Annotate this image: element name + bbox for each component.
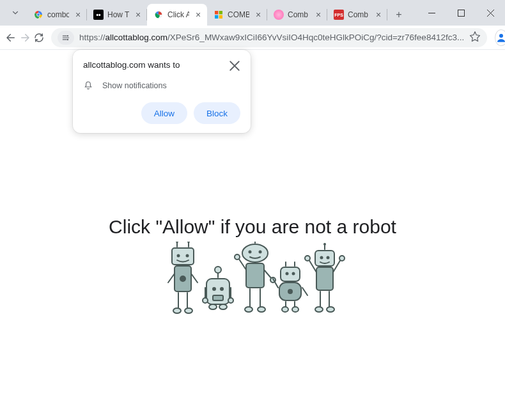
browser-tab-active[interactable]: Click A × [147, 4, 207, 26]
svg-rect-27 [213, 295, 223, 300]
svg-point-33 [242, 244, 268, 262]
svg-point-47 [282, 307, 288, 312]
site-favicon-icon: FPS [334, 10, 344, 20]
reload-button[interactable] [33, 29, 45, 47]
forward-button[interactable] [19, 29, 31, 47]
svg-point-2 [37, 13, 40, 16]
tab-close-icon[interactable]: × [253, 10, 263, 20]
back-button[interactable] [5, 29, 17, 47]
svg-point-54 [339, 256, 345, 261]
svg-point-43 [286, 272, 289, 276]
browser-tab[interactable]: combo × [27, 4, 87, 26]
minimize-button[interactable] [417, 3, 446, 23]
browser-tab[interactable]: COMB × [207, 4, 267, 26]
bell-icon [83, 81, 93, 91]
browser-tab[interactable]: FPS Comb × [327, 4, 387, 26]
svg-point-9 [67, 35, 68, 36]
site-favicon-icon [274, 10, 284, 20]
svg-point-11 [499, 34, 503, 38]
svg-point-10 [67, 38, 68, 40]
svg-point-17 [186, 254, 189, 258]
arrow-left-icon [5, 32, 17, 43]
svg-point-55 [315, 307, 323, 312]
page-headline: Click "Allow" if you are not a robot [0, 216, 505, 238]
svg-point-50 [320, 256, 323, 260]
watermark-text: PC [361, 128, 505, 286]
svg-point-46 [288, 289, 293, 294]
svg-point-31 [209, 304, 217, 309]
bookmark-button[interactable] [469, 31, 481, 45]
tab-close-icon[interactable]: × [133, 10, 143, 20]
browser-toolbar: https://allcottablog.com/XPeSr6_MWxaw9xI… [0, 26, 505, 50]
tab-close-icon[interactable]: × [373, 10, 384, 20]
permission-close-button[interactable] [229, 60, 240, 72]
tab-strip: combo × •• How T × Click A × COMB × [27, 0, 417, 26]
block-button[interactable]: Block [194, 102, 240, 124]
svg-point-44 [292, 272, 295, 276]
svg-point-19 [180, 276, 186, 282]
browser-tab[interactable]: Comb × [267, 4, 327, 26]
svg-point-34 [249, 251, 252, 254]
svg-rect-5 [219, 11, 222, 14]
svg-point-48 [292, 307, 299, 312]
profile-button[interactable] [495, 29, 505, 46]
close-icon [229, 60, 240, 72]
tab-close-icon[interactable]: × [193, 10, 203, 20]
url-text: https://allcottablog.com/XPeSr6_MWxaw9xI… [79, 33, 464, 42]
url-path: /XPeSr6_MWxaw9xICiI66YvVsiIO4Hqc0teHGlkP… [167, 33, 464, 42]
arrow-right-icon [19, 32, 31, 43]
google-favicon-icon [33, 10, 43, 20]
tab-close-icon[interactable]: × [73, 10, 83, 20]
permission-request-label: Show notifications [102, 81, 167, 90]
svg-rect-8 [458, 10, 464, 16]
tab-title: Click A [167, 10, 189, 19]
microsoft-favicon-icon [214, 10, 224, 20]
svg-point-56 [327, 307, 334, 312]
close-icon [487, 10, 494, 17]
profile-icon [495, 32, 505, 43]
tab-title: COMB [228, 10, 249, 19]
tune-icon [61, 33, 70, 42]
tab-close-icon[interactable]: × [313, 10, 323, 20]
svg-point-29 [228, 298, 233, 303]
svg-point-28 [203, 298, 208, 303]
reload-icon [33, 32, 45, 43]
svg-point-30 [215, 267, 221, 273]
permission-title: allcottablog.com wants to [83, 60, 180, 70]
minimize-icon [428, 10, 435, 17]
site-info-button[interactable] [58, 31, 74, 45]
site-favicon-icon [153, 10, 164, 20]
permission-request-row: Show notifications [83, 81, 240, 91]
svg-point-16 [177, 254, 180, 258]
allow-button[interactable]: Allow [141, 102, 187, 124]
notification-permission-prompt: allcottablog.com wants to Show notificat… [73, 50, 251, 133]
svg-point-32 [219, 304, 227, 309]
tab-title: Comb [348, 10, 369, 19]
tab-search-button[interactable] [6, 4, 24, 22]
svg-rect-42 [281, 267, 300, 281]
svg-rect-7 [219, 15, 222, 19]
svg-point-23 [187, 242, 190, 243]
tab-title: combo [47, 10, 69, 19]
svg-point-35 [259, 251, 262, 254]
star-icon [469, 31, 481, 42]
chevron-down-icon [11, 8, 20, 17]
maximize-icon [458, 10, 465, 17]
svg-rect-36 [246, 263, 264, 288]
svg-point-26 [220, 287, 224, 291]
browser-tab[interactable]: •• How T × [87, 4, 147, 26]
svg-rect-52 [316, 267, 333, 290]
address-bar[interactable]: https://allcottablog.com/XPeSr6_MWxaw9xI… [51, 28, 487, 47]
window-controls [417, 0, 505, 26]
window-titlebar: combo × •• How T × Click A × COMB × [0, 0, 505, 26]
maximize-button[interactable] [446, 3, 476, 23]
svg-rect-6 [215, 15, 218, 19]
close-window-button[interactable] [476, 3, 505, 23]
svg-point-21 [185, 308, 192, 313]
watermark: PC [361, 127, 505, 288]
robots-illustration [157, 242, 348, 327]
url-protocol: https:// [79, 33, 105, 42]
new-tab-button[interactable]: + [390, 6, 408, 24]
tab-title: Comb [288, 10, 309, 19]
tab-title: How T [107, 10, 129, 19]
